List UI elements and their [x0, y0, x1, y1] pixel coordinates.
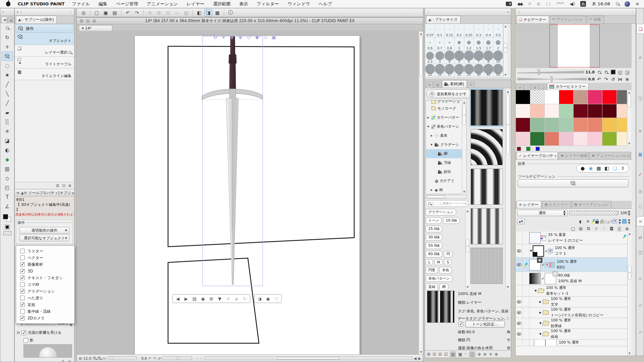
tag-10.0線[interactable]: 10.0線	[443, 217, 460, 224]
light-source-preview[interactable]	[23, 344, 72, 358]
tab-material[interactable]: 素材[網]	[442, 80, 467, 88]
brush-size-0.1[interactable]: 0.1	[435, 24, 445, 38]
brush-size-12[interactable]: 12	[425, 64, 435, 77]
brush-size-0.8[interactable]: 0.8	[445, 38, 454, 51]
tag-単色[interactable]: 単色	[439, 267, 452, 274]
brush-size-20[interactable]: 20	[454, 64, 464, 77]
paper-texture-stepper[interactable]: ▲▼	[517, 219, 525, 224]
color-swatch-1-6[interactable]	[602, 104, 617, 118]
brush-size-0.4[interactable]: 0.4	[484, 24, 493, 38]
save-file-icon[interactable]: ▤	[111, 9, 119, 16]
color-swatch-0-6[interactable]	[602, 90, 617, 104]
menu-app-name[interactable]: CLIP STUDIO PAINT	[18, 1, 65, 6]
camera-zoom-icon[interactable]: ⇕	[228, 34, 236, 41]
brush-size-scrollbar[interactable]: ▲ ≡ ▼	[503, 24, 507, 77]
auto-select-tool-icon[interactable]: ★	[2, 70, 13, 79]
camera-rotate-icon[interactable]: ↻	[211, 34, 219, 41]
color-swatch-0-4[interactable]	[574, 90, 588, 104]
copy-icon[interactable]: ⊞	[155, 9, 163, 16]
reset-rotation-icon[interactable]: ↺	[610, 77, 616, 82]
brush-tool-icon[interactable]: ▰	[2, 108, 13, 117]
new-subtool-group-icon[interactable]: ⊞	[56, 183, 59, 188]
shadow-checkbox[interactable]	[23, 338, 28, 343]
folder-dock-3-icon[interactable]: ▱	[636, 327, 644, 337]
rotate-right-icon[interactable]: ↷	[603, 77, 609, 82]
notification-center-icon[interactable]: ≡	[636, 1, 639, 6]
frame-border-tool-icon[interactable]: ◰	[2, 183, 13, 192]
bluetooth-icon[interactable]: Ƀ	[537, 1, 540, 6]
color-swatch-1-3[interactable]	[559, 104, 574, 118]
object-rotate-3d-icon[interactable]: ◆	[253, 34, 261, 41]
comic-frame-1[interactable]	[168, 46, 354, 247]
expand-arrow[interactable]: ▼	[534, 289, 537, 292]
brush-size-palette-header[interactable]: ⋮»	[425, 8, 511, 16]
brush-size-6[interactable]: 6	[464, 51, 474, 64]
transparent-color-chip[interactable]	[3, 231, 11, 235]
move-tool-icon[interactable]: +	[2, 42, 13, 51]
light-source-checkbox[interactable]	[21, 330, 26, 335]
menu-item-6[interactable]: 表示	[239, 1, 248, 7]
color-swatch-2-2[interactable]	[545, 118, 559, 132]
checklist-item-2Dカメラ[interactable]: 2Dカメラ	[16, 315, 74, 321]
opacity-slider[interactable]	[569, 211, 619, 215]
color-swatch-2-0[interactable]	[516, 118, 530, 132]
brush-size-1.2[interactable]: 1.2	[464, 38, 474, 51]
layer-row-100% 直線 M[interactable]: ✓60.0線100% 直線 M	[516, 272, 627, 285]
apply-mask-icon[interactable]: ◙	[616, 226, 623, 232]
drop-to-ground-icon[interactable]: ▼	[216, 296, 223, 301]
spotlight-icon[interactable]	[616, 2, 619, 5]
brush-size-2[interactable]: 2	[493, 38, 503, 51]
csp-logo-icon[interactable]: ◎	[79, 9, 88, 16]
material-thumb-stripes[interactable]	[471, 89, 503, 126]
subtool-item-ライトテーブル[interactable]: ライトテーブル	[15, 57, 74, 68]
layer-visible-icon[interactable]	[517, 333, 521, 336]
layer-row-レイヤー 1 のコピー[interactable]: 35 % 乗算レイヤー 1 のコピー	[516, 232, 627, 244]
undo-icon[interactable]: ↶	[124, 9, 132, 16]
duplicate-material-icon[interactable]: ⊛	[483, 352, 487, 357]
tab-情報[interactable]: ◠情報	[587, 16, 604, 23]
brush-size-25[interactable]: 25	[464, 64, 474, 77]
eye-gutter[interactable]	[516, 285, 523, 296]
tree-item-単色パターン[interactable]: ▼単色パターン	[426, 122, 466, 131]
eye-gutter[interactable]	[516, 307, 523, 318]
status-rotate-right-icon[interactable]: ↷	[153, 356, 156, 360]
mask-thumbnail[interactable]	[545, 273, 556, 284]
sub-color-chip[interactable]	[5, 225, 9, 229]
checkbox-3D[interactable]	[20, 269, 25, 274]
flip-horizontal-icon[interactable]: ⋈	[617, 77, 623, 82]
tone-setting-checkbox[interactable]	[459, 322, 463, 326]
large-thumbnail-view-icon[interactable]: ▦	[458, 352, 462, 357]
new-canvas-icon[interactable]: ▢	[93, 9, 101, 16]
clip-to-layer-icon[interactable]: ◖	[577, 218, 583, 224]
airbrush-tool-icon[interactable]: ░	[2, 117, 13, 126]
object-move-icon[interactable]: ◈	[236, 34, 244, 41]
color-swatch-0-1[interactable]	[530, 90, 545, 104]
tag-直線[interactable]: 直線	[426, 284, 438, 289]
lock-layer-icon[interactable]	[595, 221, 599, 224]
selectable-object-dropdown[interactable]: 選択可能なオブジェクト▼	[19, 235, 69, 241]
checklist-item-定規[interactable]: 定規	[16, 301, 74, 308]
checklist-item-べた塗り[interactable]: べた塗り	[16, 295, 74, 301]
color-swatch-3-0[interactable]	[516, 132, 530, 146]
tree-item-カケアミ[interactable]: ◍カケアミ	[426, 176, 466, 185]
move-rotate-canvas-tool-icon[interactable]: ↻	[2, 33, 13, 42]
brush-size-8[interactable]: 8	[484, 51, 493, 64]
blend-mode-dropdown[interactable]: 通常 ▲▼	[517, 210, 568, 216]
delete-layer-icon[interactable]: ⊗	[624, 226, 630, 232]
checkbox-グラデーション[interactable]	[20, 289, 25, 294]
keyboard-brackets-icon[interactable]: ⟨·⟩	[546, 1, 550, 6]
navigator-preview[interactable]	[516, 24, 632, 68]
layer-row-線画[interactable]: ▼100 % 通常線画	[516, 329, 627, 340]
screen-recording-icon[interactable]	[506, 2, 512, 6]
canvas-page[interactable]	[135, 36, 360, 354]
paste-icon[interactable]: ⊟	[164, 9, 172, 16]
status-fit-icon[interactable]: ▭	[102, 356, 106, 360]
material-thumb-bars-dense[interactable]	[471, 208, 503, 244]
list-view-icon[interactable]: ▤	[450, 352, 456, 357]
actual-size-icon[interactable]: ◲	[624, 70, 630, 75]
tool-palette-menu-icon[interactable]: ≡	[1, 17, 7, 23]
menu-item-9[interactable]: ヘルプ	[319, 1, 332, 7]
reset-display-icon[interactable]: ⊗	[624, 77, 630, 82]
layer-thumbnail[interactable]	[534, 340, 545, 346]
next-pose-icon[interactable]: ▶	[182, 296, 190, 301]
